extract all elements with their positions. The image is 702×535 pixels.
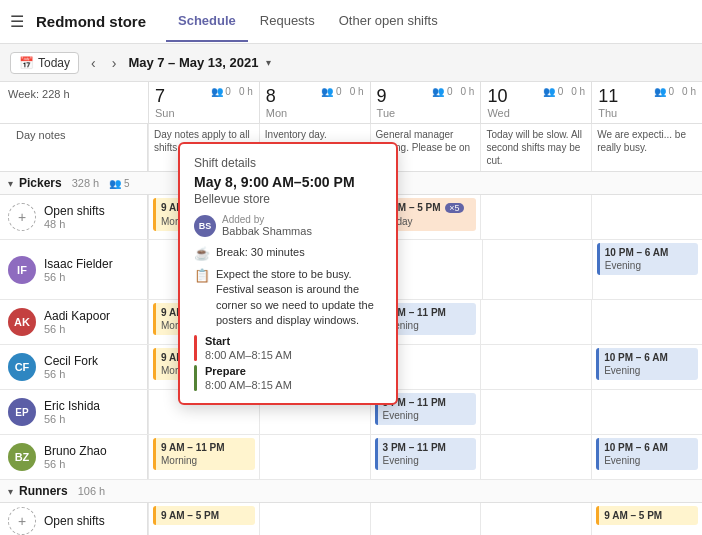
runners-open-cell-8[interactable] [259, 503, 370, 535]
popup-avatar: BS [194, 215, 216, 237]
popup-added-by: BS Added by Babbak Shammas [194, 214, 382, 237]
days-header: 7 Sun 👥 00 h 8 Mon [148, 82, 702, 123]
bruno-cell-11[interactable]: 10 PM – 6 AM Evening [591, 435, 702, 479]
cecil-cell-10[interactable] [480, 345, 591, 389]
runners-open-cell-10[interactable] [480, 503, 591, 535]
bruno-shift-time-11: 10 PM – 6 AM [604, 441, 693, 454]
open-shifts-hours: 48 h [44, 218, 105, 230]
bruno-cells: 9 AM – 11 PM Morning 3 PM – 11 PM Evenin… [148, 435, 702, 479]
pickers-hours: 328 h [72, 177, 100, 189]
isaac-left: IF Isaac Fielder 56 h [0, 240, 148, 299]
day-notes-label: Day notes [8, 125, 74, 145]
bruno-cell-7[interactable]: 9 AM – 11 PM Morning [148, 435, 259, 479]
day-col-10: 10 Wed 👥 00 h [480, 82, 591, 123]
aadi-cell-10[interactable] [480, 300, 591, 344]
open-shifts-cell-11[interactable] [591, 195, 702, 239]
popup-notes-row: 📋 Expect the store to be busy. Festival … [194, 267, 382, 329]
runners-hours: 106 h [78, 485, 106, 497]
runners-open-shifts-row: + Open shifts 9 AM – 5 PM [0, 503, 702, 535]
bruno-shift-time-9: 3 PM – 11 PM [383, 441, 472, 454]
cecil-avatar: CF [8, 353, 36, 381]
popup-prepare-label: Prepare [205, 365, 292, 377]
runners-label: Runners [19, 484, 68, 498]
popup-added-name: Babbak Shammas [222, 225, 312, 237]
eric-cell-11[interactable] [591, 390, 702, 434]
popup-store: Bellevue store [194, 192, 382, 206]
bruno-shift-7[interactable]: 9 AM – 11 PM Morning [153, 438, 255, 470]
eric-avatar: EP [8, 398, 36, 426]
pickers-chevron[interactable]: ▾ [8, 178, 13, 189]
tab-schedule[interactable]: Schedule [166, 1, 248, 42]
bruno-shift-time-7: 9 AM – 11 PM [161, 441, 250, 454]
day-name-9: Tue [377, 107, 396, 119]
eric-shift-label-9: Evening [383, 409, 472, 422]
day-note-11: We are expecti... be really busy. [591, 124, 702, 171]
day-col-7: 7 Sun 👥 00 h [148, 82, 259, 123]
popup-title: Shift details [194, 156, 382, 170]
aadi-name: Aadi Kapoor [44, 309, 110, 323]
cecil-left: CF Cecil Fork 56 h [0, 345, 148, 389]
isaac-cell-10[interactable] [482, 240, 592, 299]
tab-other-open-shifts[interactable]: Other open shifts [327, 1, 450, 42]
prev-week-button[interactable]: ‹ [87, 55, 100, 71]
open-shifts-icon: + [8, 203, 36, 231]
popup-date: May 8, 9:00 AM–5:00 PM [194, 174, 382, 190]
isaac-cell-11[interactable]: 10 PM – 6 AM Evening [592, 240, 702, 299]
isaac-avatar: IF [8, 256, 36, 284]
date-range[interactable]: May 7 – May 13, 2021 [128, 55, 258, 70]
bruno-cell-9[interactable]: 3 PM – 11 PM Evening [370, 435, 481, 479]
day-col-9: 9 Tue 👥 00 h [370, 82, 481, 123]
day-col-8: 8 Mon 👥 00 h [259, 82, 370, 123]
day-col-11: 11 Thu 👥 00 h [591, 82, 702, 123]
popup-break-icon: ☕ [194, 246, 210, 261]
open-shifts-info: Open shifts 48 h [44, 204, 105, 230]
bruno-avatar: BZ [8, 443, 36, 471]
popup-prepare-time: 8:00 AM–8:15 AM [205, 379, 292, 391]
cecil-shift-11[interactable]: 10 PM – 6 AM Evening [596, 348, 698, 380]
day-name-11: Thu [598, 107, 618, 119]
runners-open-cell-11[interactable]: 9 AM – 5 PM [591, 503, 702, 535]
cecil-name: Cecil Fork [44, 354, 98, 368]
runners-shift-time-11: 9 AM – 5 PM [604, 509, 693, 522]
cecil-cell-11[interactable]: 10 PM – 6 AM Evening [591, 345, 702, 389]
open-shifts-left: + Open shifts 48 h [0, 195, 148, 239]
open-shifts-cell-10[interactable] [480, 195, 591, 239]
day-num-7: 7 [155, 86, 175, 107]
week-info-cell: Week: 228 h [0, 82, 148, 123]
aadi-info: Aadi Kapoor 56 h [44, 309, 110, 335]
hamburger-icon[interactable]: ☰ [10, 12, 24, 31]
eric-info: Eric Ishida 56 h [44, 399, 100, 425]
day-name-7: Sun [155, 107, 175, 119]
day-num-10: 10 [487, 86, 509, 107]
eric-name: Eric Ishida [44, 399, 100, 413]
date-range-chevron[interactable]: ▾ [266, 57, 271, 68]
next-week-button[interactable]: › [108, 55, 121, 71]
bruno-cell-10[interactable] [480, 435, 591, 479]
runners-shift-11[interactable]: 9 AM – 5 PM [596, 506, 698, 525]
runners-shift-7[interactable]: 9 AM – 5 PM [153, 506, 255, 525]
isaac-shift-11[interactable]: 10 PM – 6 AM Evening [597, 243, 698, 275]
aadi-cell-11[interactable] [591, 300, 702, 344]
isaac-name: Isaac Fielder [44, 257, 113, 271]
popup-prepare-content: Prepare 8:00 AM–8:15 AM [205, 365, 292, 391]
bruno-shift-11[interactable]: 10 PM – 6 AM Evening [596, 438, 698, 470]
today-button[interactable]: 📅 Today [10, 52, 79, 74]
runners-chevron[interactable]: ▾ [8, 486, 13, 497]
day-num-8: 8 [266, 86, 287, 107]
popup-start-content: Start 8:00 AM–8:15 AM [205, 335, 292, 361]
bruno-shift-label-11: Evening [604, 454, 693, 467]
bruno-shift-9[interactable]: 3 PM – 11 PM Evening [375, 438, 477, 470]
runners-open-cell-7[interactable]: 9 AM – 5 PM [148, 503, 259, 535]
runners-open-name: Open shifts [44, 514, 105, 528]
popup-start-label: Start [205, 335, 292, 347]
top-nav: ☰ Redmond store Schedule Requests Other … [0, 0, 702, 44]
sub-nav: 📅 Today ‹ › May 7 – May 13, 2021 ▾ [0, 44, 702, 82]
popup-start-time: 8:00 AM–8:15 AM [205, 349, 292, 361]
cecil-shift-label-11: Evening [604, 364, 693, 377]
tab-requests[interactable]: Requests [248, 1, 327, 42]
eric-cell-10[interactable] [480, 390, 591, 434]
person-row-bruno: BZ Bruno Zhao 56 h 9 AM – 11 PM Morning [0, 435, 702, 480]
bruno-cell-8[interactable] [259, 435, 370, 479]
cecil-info: Cecil Fork 56 h [44, 354, 98, 380]
runners-open-cell-9[interactable] [370, 503, 481, 535]
